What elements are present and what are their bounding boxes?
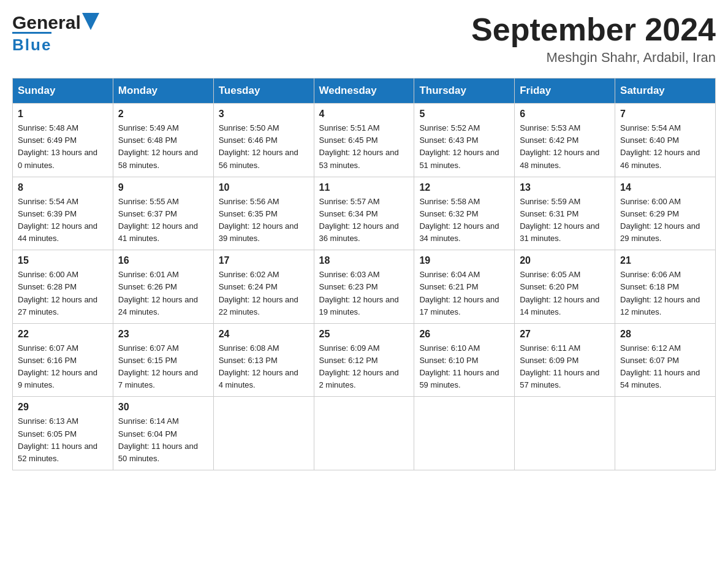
- day-info: Sunrise: 5:56 AM Sunset: 6:35 PM Dayligh…: [219, 196, 309, 245]
- svg-marker-0: [82, 13, 99, 30]
- day-number: 26: [419, 329, 509, 340]
- day-number: 1: [18, 109, 108, 120]
- table-row: [414, 397, 515, 470]
- day-info: Sunrise: 6:03 AM Sunset: 6:23 PM Dayligh…: [319, 269, 409, 318]
- table-row: 22 Sunrise: 6:07 AM Sunset: 6:16 PM Dayl…: [13, 323, 113, 397]
- logo: General Blue: [12, 12, 99, 55]
- title-section: September 2024 Meshgin Shahr, Ardabil, I…: [471, 12, 716, 66]
- day-info: Sunrise: 5:53 AM Sunset: 6:42 PM Dayligh…: [520, 122, 610, 172]
- table-row: 16 Sunrise: 6:01 AM Sunset: 6:26 PM Dayl…: [113, 250, 213, 324]
- table-row: 7 Sunrise: 5:54 AM Sunset: 6:40 PM Dayli…: [615, 104, 716, 177]
- day-info: Sunrise: 6:12 AM Sunset: 6:07 PM Dayligh…: [620, 342, 710, 392]
- table-row: 30 Sunrise: 6:14 AM Sunset: 6:04 PM Dayl…: [113, 397, 213, 470]
- day-number: 12: [419, 182, 509, 193]
- col-monday: Monday: [113, 79, 213, 104]
- table-row: 27 Sunrise: 6:11 AM Sunset: 6:09 PM Dayl…: [515, 323, 615, 397]
- calendar-week-row: 1 Sunrise: 5:48 AM Sunset: 6:49 PM Dayli…: [13, 104, 716, 177]
- table-row: 9 Sunrise: 5:55 AM Sunset: 6:37 PM Dayli…: [113, 177, 213, 250]
- table-row: 19 Sunrise: 6:04 AM Sunset: 6:21 PM Dayl…: [414, 250, 515, 324]
- day-number: 5: [419, 109, 509, 120]
- day-info: Sunrise: 6:10 AM Sunset: 6:10 PM Dayligh…: [419, 342, 509, 392]
- day-info: Sunrise: 6:13 AM Sunset: 6:05 PM Dayligh…: [18, 415, 108, 465]
- day-info: Sunrise: 6:05 AM Sunset: 6:20 PM Dayligh…: [520, 269, 610, 318]
- day-info: Sunrise: 5:49 AM Sunset: 6:48 PM Dayligh…: [118, 122, 208, 172]
- day-number: 15: [18, 255, 108, 266]
- day-number: 20: [520, 255, 610, 266]
- table-row: 5 Sunrise: 5:52 AM Sunset: 6:43 PM Dayli…: [414, 104, 515, 177]
- day-number: 19: [419, 255, 509, 266]
- page-header: General Blue September 2024 Meshgin Shah…: [12, 12, 716, 66]
- day-number: 29: [18, 402, 108, 413]
- day-info: Sunrise: 5:57 AM Sunset: 6:34 PM Dayligh…: [319, 196, 409, 245]
- day-info: Sunrise: 6:07 AM Sunset: 6:16 PM Dayligh…: [18, 342, 108, 392]
- day-info: Sunrise: 6:00 AM Sunset: 6:29 PM Dayligh…: [620, 196, 710, 245]
- col-saturday: Saturday: [615, 79, 716, 104]
- table-row: [515, 397, 615, 470]
- day-number: 7: [620, 109, 710, 120]
- table-row: 2 Sunrise: 5:49 AM Sunset: 6:48 PM Dayli…: [113, 104, 213, 177]
- calendar-week-row: 22 Sunrise: 6:07 AM Sunset: 6:16 PM Dayl…: [13, 323, 716, 397]
- table-row: [314, 397, 414, 470]
- calendar-title: September 2024: [471, 12, 716, 47]
- day-number: 18: [319, 255, 409, 266]
- table-row: 20 Sunrise: 6:05 AM Sunset: 6:20 PM Dayl…: [515, 250, 615, 324]
- day-number: 28: [620, 329, 710, 340]
- calendar-subtitle: Meshgin Shahr, Ardabil, Iran: [471, 50, 716, 66]
- table-row: [213, 397, 314, 470]
- table-row: 12 Sunrise: 5:58 AM Sunset: 6:32 PM Dayl…: [414, 177, 515, 250]
- day-number: 16: [118, 255, 208, 266]
- table-row: 13 Sunrise: 5:59 AM Sunset: 6:31 PM Dayl…: [515, 177, 615, 250]
- day-number: 14: [620, 182, 710, 193]
- day-number: 17: [219, 255, 309, 266]
- day-info: Sunrise: 6:02 AM Sunset: 6:24 PM Dayligh…: [219, 269, 309, 318]
- day-number: 23: [118, 329, 208, 340]
- calendar-table: Sunday Monday Tuesday Wednesday Thursday…: [12, 78, 716, 470]
- table-row: 3 Sunrise: 5:50 AM Sunset: 6:46 PM Dayli…: [213, 104, 314, 177]
- logo-triangle-icon: [82, 13, 99, 30]
- day-number: 30: [118, 402, 208, 413]
- table-row: 17 Sunrise: 6:02 AM Sunset: 6:24 PM Dayl…: [213, 250, 314, 324]
- day-number: 11: [319, 182, 409, 193]
- table-row: 4 Sunrise: 5:51 AM Sunset: 6:45 PM Dayli…: [314, 104, 414, 177]
- calendar-week-row: 15 Sunrise: 6:00 AM Sunset: 6:28 PM Dayl…: [13, 250, 716, 324]
- day-number: 6: [520, 109, 610, 120]
- calendar-week-row: 29 Sunrise: 6:13 AM Sunset: 6:05 PM Dayl…: [13, 397, 716, 470]
- table-row: 15 Sunrise: 6:00 AM Sunset: 6:28 PM Dayl…: [13, 250, 113, 324]
- day-number: 2: [118, 109, 208, 120]
- day-info: Sunrise: 6:09 AM Sunset: 6:12 PM Dayligh…: [319, 342, 409, 392]
- day-number: 24: [219, 329, 309, 340]
- calendar-header-row: Sunday Monday Tuesday Wednesday Thursday…: [13, 79, 716, 104]
- table-row: 26 Sunrise: 6:10 AM Sunset: 6:10 PM Dayl…: [414, 323, 515, 397]
- col-thursday: Thursday: [414, 79, 515, 104]
- col-sunday: Sunday: [13, 79, 113, 104]
- col-wednesday: Wednesday: [314, 79, 414, 104]
- table-row: 14 Sunrise: 6:00 AM Sunset: 6:29 PM Dayl…: [615, 177, 716, 250]
- day-number: 27: [520, 329, 610, 340]
- table-row: 8 Sunrise: 5:54 AM Sunset: 6:39 PM Dayli…: [13, 177, 113, 250]
- day-number: 13: [520, 182, 610, 193]
- day-number: 25: [319, 329, 409, 340]
- day-number: 9: [118, 182, 208, 193]
- day-info: Sunrise: 5:54 AM Sunset: 6:40 PM Dayligh…: [620, 122, 710, 172]
- table-row: 23 Sunrise: 6:07 AM Sunset: 6:15 PM Dayl…: [113, 323, 213, 397]
- day-number: 10: [219, 182, 309, 193]
- table-row: 25 Sunrise: 6:09 AM Sunset: 6:12 PM Dayl…: [314, 323, 414, 397]
- col-friday: Friday: [515, 79, 615, 104]
- day-info: Sunrise: 6:07 AM Sunset: 6:15 PM Dayligh…: [118, 342, 208, 392]
- table-row: 11 Sunrise: 5:57 AM Sunset: 6:34 PM Dayl…: [314, 177, 414, 250]
- calendar-week-row: 8 Sunrise: 5:54 AM Sunset: 6:39 PM Dayli…: [13, 177, 716, 250]
- table-row: 29 Sunrise: 6:13 AM Sunset: 6:05 PM Dayl…: [13, 397, 113, 470]
- col-tuesday: Tuesday: [213, 79, 314, 104]
- table-row: 1 Sunrise: 5:48 AM Sunset: 6:49 PM Dayli…: [13, 104, 113, 177]
- logo-blue: Blue: [12, 36, 51, 54]
- day-info: Sunrise: 6:06 AM Sunset: 6:18 PM Dayligh…: [620, 269, 710, 318]
- day-info: Sunrise: 5:48 AM Sunset: 6:49 PM Dayligh…: [18, 122, 108, 172]
- day-number: 4: [319, 109, 409, 120]
- logo-general: General: [12, 12, 81, 33]
- day-info: Sunrise: 5:59 AM Sunset: 6:31 PM Dayligh…: [520, 196, 610, 245]
- day-number: 21: [620, 255, 710, 266]
- day-info: Sunrise: 5:51 AM Sunset: 6:45 PM Dayligh…: [319, 122, 409, 172]
- table-row: 28 Sunrise: 6:12 AM Sunset: 6:07 PM Dayl…: [615, 323, 716, 397]
- day-info: Sunrise: 6:01 AM Sunset: 6:26 PM Dayligh…: [118, 269, 208, 318]
- day-info: Sunrise: 6:11 AM Sunset: 6:09 PM Dayligh…: [520, 342, 610, 392]
